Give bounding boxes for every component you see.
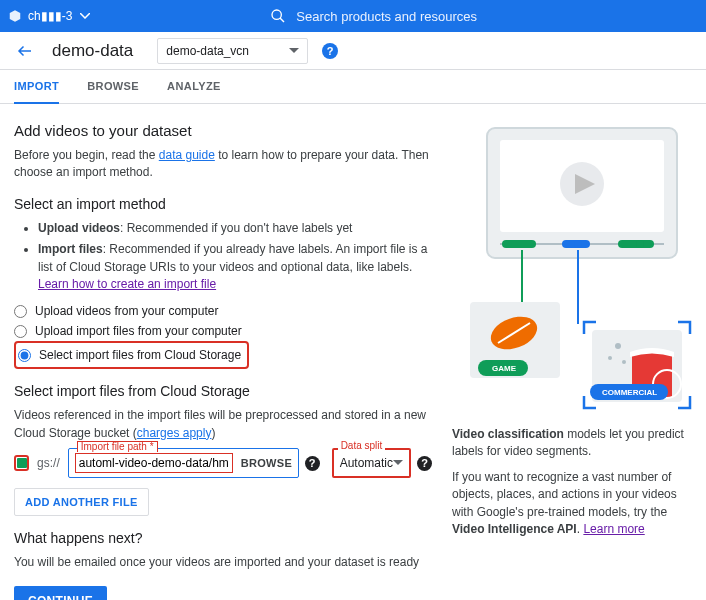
chevron-down-icon [80,13,90,19]
radio-cloud-storage[interactable]: Select import files from Cloud Storage [18,345,241,365]
search-placeholder: Search products and resources [296,9,477,24]
back-arrow[interactable] [12,38,38,64]
project-selector[interactable]: ch▮▮▮-3 [8,9,90,23]
illustration: GAME COMMERCIAL [452,122,692,412]
top-bar: ch▮▮▮-3 Search products and resources [0,0,706,32]
intro-heading: Add videos to your dataset [14,122,432,139]
chevron-down-icon [393,460,403,466]
import-desc: Videos referenced in the import files wi… [14,407,432,442]
charges-link[interactable]: charges apply [137,426,212,440]
file-checked-icon [14,455,29,471]
path-label: Import file path * [77,441,158,452]
help-path-icon[interactable]: ? [305,456,320,471]
data-split-select[interactable]: Data split Automatic [332,448,411,478]
tabs: IMPORT BROWSE ANALYZE [0,70,706,104]
svg-rect-7 [502,240,536,248]
help-icon[interactable]: ? [322,43,338,59]
import-path-input[interactable] [75,453,233,473]
split-value: Automatic [340,456,393,470]
page-title: demo-data [52,41,133,61]
data-guide-link[interactable]: data guide [159,148,215,162]
learn-import-link[interactable]: Learn how to create an import file [38,277,216,291]
next-desc: You will be emailed once your videos are… [14,554,432,571]
svg-line-2 [280,18,284,22]
search-icon [270,8,286,24]
svg-point-24 [622,360,626,364]
file-row: gs:// Import file path * BROWSE ? Data s… [14,448,432,478]
gs-prefix: gs:// [37,456,60,470]
right-desc-1: Video classification models let you pred… [452,426,692,461]
radio-upload-videos[interactable]: Upload videos from your computer [14,301,432,321]
hexagon-logo-icon [8,9,22,23]
bullet-upload: Upload videos: Recommended if you don't … [38,220,432,237]
svg-text:GAME: GAME [492,364,517,373]
arrow-left-icon [16,42,34,60]
method-bullets: Upload videos: Recommended if you don't … [14,220,432,294]
continue-button[interactable]: CONTINUE [14,586,107,600]
svg-text:COMMERCIAL: COMMERCIAL [602,388,657,397]
tab-analyze[interactable]: ANALYZE [167,70,221,103]
chevron-down-icon [289,48,299,54]
split-label: Data split [338,441,386,451]
svg-point-23 [608,356,612,360]
svg-point-22 [615,343,621,349]
project-name: ch▮▮▮-3 [28,9,72,23]
svg-point-11 [636,240,644,248]
next-heading: What happens next? [14,530,432,546]
add-another-file-button[interactable]: ADD ANOTHER FILE [14,488,149,516]
browse-button[interactable]: BROWSE [237,453,296,473]
model-selector[interactable]: demo-data_vcn [157,38,308,64]
breadcrumb-bar: demo-data demo-data_vcn ? [0,32,706,70]
search-box[interactable]: Search products and resources [270,8,477,24]
svg-point-1 [272,10,281,19]
svg-point-10 [574,240,582,248]
radio-upload-import-files[interactable]: Upload import files from your computer [14,321,432,341]
help-split-icon[interactable]: ? [417,456,432,471]
method-heading: Select an import method [14,196,432,212]
bullet-import: Import files: Recommended if you already… [38,241,432,293]
import-path-field[interactable]: Import file path * BROWSE [68,448,299,478]
learn-more-link[interactable]: Learn more [583,522,644,536]
tab-browse[interactable]: BROWSE [87,70,139,103]
right-desc-2: If you want to recognize a vast number o… [452,469,692,539]
svg-marker-0 [10,10,21,22]
model-value: demo-data_vcn [166,44,249,58]
tab-import[interactable]: IMPORT [14,70,59,104]
import-heading: Select import files from Cloud Storage [14,383,432,399]
intro-text: Before you begin, read the data guide to… [14,147,432,182]
